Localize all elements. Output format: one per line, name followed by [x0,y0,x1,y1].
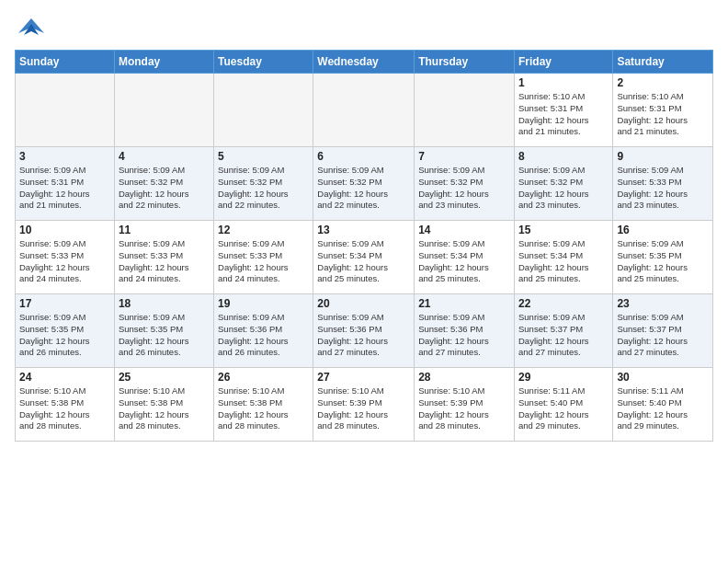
day-number: 20 [317,297,410,310]
day-number: 16 [617,224,709,236]
weekday-header-saturday: Saturday [613,51,713,74]
weekday-header-row: SundayMondayTuesdayWednesdayThursdayFrid… [16,51,713,74]
calendar-cell: 27Sunrise: 5:10 AM Sunset: 5:39 PM Dayli… [313,368,415,442]
day-info: Sunrise: 5:09 AM Sunset: 5:33 PM Dayligh… [218,238,309,285]
day-number: 13 [317,224,410,236]
calendar-cell [16,74,115,147]
day-info: Sunrise: 5:09 AM Sunset: 5:33 PM Dayligh… [119,238,210,285]
day-number: 24 [19,371,110,384]
calendar-cell: 30Sunrise: 5:11 AM Sunset: 5:40 PM Dayli… [613,368,713,442]
page: SundayMondayTuesdayWednesdayThursdayFrid… [0,0,728,563]
logo [15,15,44,40]
day-info: Sunrise: 5:09 AM Sunset: 5:33 PM Dayligh… [19,238,110,285]
calendar-cell: 23Sunrise: 5:09 AM Sunset: 5:37 PM Dayli… [613,294,713,368]
weekday-header-monday: Monday [114,51,213,74]
day-number: 27 [317,371,410,384]
calendar: SundayMondayTuesdayWednesdayThursdayFrid… [15,50,713,442]
day-number: 29 [518,371,609,384]
day-info: Sunrise: 5:10 AM Sunset: 5:38 PM Dayligh… [218,385,309,432]
day-info: Sunrise: 5:10 AM Sunset: 5:39 PM Dayligh… [317,385,410,432]
day-info: Sunrise: 5:11 AM Sunset: 5:40 PM Dayligh… [518,385,609,432]
header [15,15,713,40]
day-number: 21 [418,297,510,310]
day-info: Sunrise: 5:10 AM Sunset: 5:39 PM Dayligh… [418,385,510,432]
day-number: 4 [119,150,210,163]
logo-icon [18,15,44,40]
weekday-header-wednesday: Wednesday [313,51,415,74]
week-row-2: 3Sunrise: 5:09 AM Sunset: 5:31 PM Daylig… [16,147,713,221]
calendar-cell: 18Sunrise: 5:09 AM Sunset: 5:35 PM Dayli… [114,294,213,368]
calendar-cell [114,74,213,147]
day-number: 23 [617,297,709,310]
day-info: Sunrise: 5:09 AM Sunset: 5:32 PM Dayligh… [518,165,609,212]
calendar-cell: 16Sunrise: 5:09 AM Sunset: 5:35 PM Dayli… [613,221,713,294]
calendar-cell: 26Sunrise: 5:10 AM Sunset: 5:38 PM Dayli… [214,368,313,442]
calendar-cell: 10Sunrise: 5:09 AM Sunset: 5:33 PM Dayli… [16,221,115,294]
calendar-cell: 7Sunrise: 5:09 AM Sunset: 5:32 PM Daylig… [415,147,515,221]
calendar-cell: 5Sunrise: 5:09 AM Sunset: 5:32 PM Daylig… [214,147,313,221]
day-info: Sunrise: 5:10 AM Sunset: 5:31 PM Dayligh… [518,91,609,138]
calendar-cell: 13Sunrise: 5:09 AM Sunset: 5:34 PM Dayli… [313,221,415,294]
day-info: Sunrise: 5:09 AM Sunset: 5:35 PM Dayligh… [119,312,210,359]
day-number: 15 [518,224,609,236]
calendar-cell: 6Sunrise: 5:09 AM Sunset: 5:32 PM Daylig… [313,147,415,221]
day-number: 10 [19,224,110,236]
day-number: 2 [617,76,709,89]
week-row-3: 10Sunrise: 5:09 AM Sunset: 5:33 PM Dayli… [16,221,713,294]
day-number: 12 [218,224,309,236]
day-info: Sunrise: 5:09 AM Sunset: 5:36 PM Dayligh… [317,312,410,359]
calendar-cell: 20Sunrise: 5:09 AM Sunset: 5:36 PM Dayli… [313,294,415,368]
day-number: 22 [518,297,609,310]
day-number: 1 [518,76,609,89]
calendar-cell: 2Sunrise: 5:10 AM Sunset: 5:31 PM Daylig… [613,74,713,147]
day-number: 7 [418,150,510,163]
calendar-cell: 15Sunrise: 5:09 AM Sunset: 5:34 PM Dayli… [514,221,612,294]
day-info: Sunrise: 5:11 AM Sunset: 5:40 PM Dayligh… [617,385,709,432]
calendar-cell: 25Sunrise: 5:10 AM Sunset: 5:38 PM Dayli… [114,368,213,442]
day-info: Sunrise: 5:09 AM Sunset: 5:33 PM Dayligh… [617,165,709,212]
calendar-cell: 9Sunrise: 5:09 AM Sunset: 5:33 PM Daylig… [613,147,713,221]
day-info: Sunrise: 5:10 AM Sunset: 5:31 PM Dayligh… [617,91,709,138]
day-number: 18 [119,297,210,310]
day-info: Sunrise: 5:09 AM Sunset: 5:36 PM Dayligh… [218,312,309,359]
weekday-header-sunday: Sunday [16,51,115,74]
calendar-cell: 11Sunrise: 5:09 AM Sunset: 5:33 PM Dayli… [114,221,213,294]
calendar-cell: 1Sunrise: 5:10 AM Sunset: 5:31 PM Daylig… [514,74,612,147]
day-info: Sunrise: 5:09 AM Sunset: 5:34 PM Dayligh… [317,238,410,285]
day-number: 30 [617,371,709,384]
day-number: 19 [218,297,309,310]
day-number: 9 [617,150,709,163]
calendar-cell: 29Sunrise: 5:11 AM Sunset: 5:40 PM Dayli… [514,368,612,442]
weekday-header-thursday: Thursday [415,51,515,74]
week-row-4: 17Sunrise: 5:09 AM Sunset: 5:35 PM Dayli… [16,294,713,368]
weekday-header-friday: Friday [514,51,612,74]
calendar-cell: 21Sunrise: 5:09 AM Sunset: 5:36 PM Dayli… [415,294,515,368]
calendar-cell: 4Sunrise: 5:09 AM Sunset: 5:32 PM Daylig… [114,147,213,221]
week-row-5: 24Sunrise: 5:10 AM Sunset: 5:38 PM Dayli… [16,368,713,442]
day-info: Sunrise: 5:09 AM Sunset: 5:32 PM Dayligh… [119,165,210,212]
day-number: 6 [317,150,410,163]
day-info: Sunrise: 5:10 AM Sunset: 5:38 PM Dayligh… [119,385,210,432]
calendar-cell [214,74,313,147]
weekday-header-tuesday: Tuesday [214,51,313,74]
day-number: 3 [19,150,110,163]
day-number: 26 [218,371,309,384]
calendar-cell: 8Sunrise: 5:09 AM Sunset: 5:32 PM Daylig… [514,147,612,221]
calendar-cell [313,74,415,147]
day-number: 5 [218,150,309,163]
calendar-cell [415,74,515,147]
day-number: 25 [119,371,210,384]
calendar-cell: 3Sunrise: 5:09 AM Sunset: 5:31 PM Daylig… [16,147,115,221]
calendar-cell: 19Sunrise: 5:09 AM Sunset: 5:36 PM Dayli… [214,294,313,368]
day-info: Sunrise: 5:09 AM Sunset: 5:36 PM Dayligh… [418,312,510,359]
day-number: 11 [119,224,210,236]
calendar-cell: 17Sunrise: 5:09 AM Sunset: 5:35 PM Dayli… [16,294,115,368]
day-info: Sunrise: 5:10 AM Sunset: 5:38 PM Dayligh… [19,385,110,432]
calendar-cell: 14Sunrise: 5:09 AM Sunset: 5:34 PM Dayli… [415,221,515,294]
day-info: Sunrise: 5:09 AM Sunset: 5:32 PM Dayligh… [418,165,510,212]
calendar-cell: 12Sunrise: 5:09 AM Sunset: 5:33 PM Dayli… [214,221,313,294]
day-info: Sunrise: 5:09 AM Sunset: 5:37 PM Dayligh… [518,312,609,359]
day-number: 8 [518,150,609,163]
day-info: Sunrise: 5:09 AM Sunset: 5:35 PM Dayligh… [19,312,110,359]
day-number: 17 [19,297,110,310]
